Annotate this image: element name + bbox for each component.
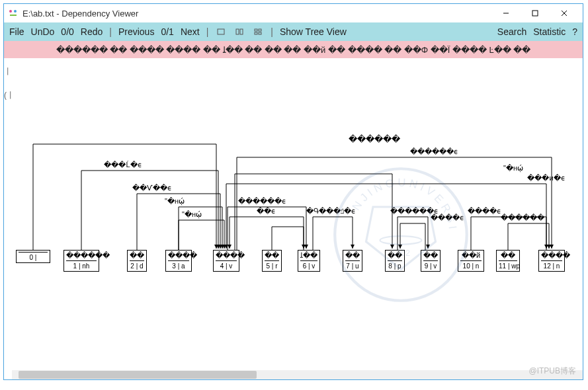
- dependency-node[interactable]: ﻠ��6 | v: [298, 250, 320, 272]
- node-word: ��й: [460, 251, 482, 260]
- svg-rect-10: [255, 29, 257, 31]
- horizontal-scrollbar[interactable]: [12, 370, 583, 379]
- minimize-button[interactable]: [491, 4, 521, 22]
- svg-rect-13: [259, 32, 261, 34]
- titlebar: E:\ab.txt - Dependency Viewer: [4, 4, 583, 22]
- dependency-diagram: [4, 58, 579, 283]
- layout-grid-icon[interactable]: [252, 26, 264, 38]
- node-tag: 3 | a: [168, 260, 189, 270]
- separator: |: [206, 26, 209, 37]
- node-tag: 0 |: [19, 252, 48, 262]
- arc-label: ����ϵ: [468, 207, 501, 215]
- svg-rect-9: [240, 29, 243, 34]
- svg-rect-4: [532, 11, 538, 16]
- svg-rect-12: [255, 32, 257, 34]
- arc-label: ���и�ϵ: [527, 174, 565, 182]
- node-tag: 5 | r: [265, 260, 279, 270]
- menu-treeview[interactable]: Show Tree View: [280, 26, 347, 37]
- arc-label: ����ϵ: [431, 214, 464, 222]
- sentence-bar: ������ �� ���� ���� �� ﻠ�� �� �� �� ��й …: [4, 41, 583, 58]
- dependency-node[interactable]: ��7 | u: [343, 250, 362, 272]
- arc-label: "�нῴ: [165, 197, 185, 206]
- arc-label: ��ϵ: [257, 207, 276, 215]
- window-title: E:\ab.txt - Dependency Viewer: [22, 9, 491, 19]
- menu-help[interactable]: ?: [572, 26, 577, 37]
- svg-rect-11: [259, 29, 261, 31]
- svg-rect-7: [218, 29, 224, 34]
- dependency-node[interactable]: ����3 | a: [165, 250, 192, 272]
- node-word: ��: [345, 251, 360, 260]
- node-tag: 11 | wp: [499, 260, 517, 270]
- arc-label: "�нῴ: [182, 210, 202, 219]
- dependency-node[interactable]: ��11 | wp: [496, 250, 520, 272]
- dependency-node[interactable]: ��2 | d: [127, 250, 147, 272]
- menu-statistic[interactable]: Statistic: [533, 26, 566, 37]
- node-word: ����: [216, 251, 237, 260]
- arc-label: ��Ѵ��ϵ: [132, 184, 172, 192]
- sentence-text: ������ �� ���� ���� �� ﻠ�� �� �� �� ��й …: [56, 45, 531, 55]
- dependency-node[interactable]: 0 |: [16, 250, 50, 263]
- dependency-node[interactable]: ����4 | v: [213, 250, 239, 272]
- node-tag: 4 | v: [216, 260, 237, 270]
- dependency-node[interactable]: ������1 | nh: [63, 250, 99, 272]
- app-icon: [8, 8, 19, 19]
- dependency-node[interactable]: ��9 | v: [421, 250, 441, 272]
- dependency-canvas[interactable]: 丨(丨 0 | ������1 | nh��2 | d����3 | a����…: [4, 58, 583, 370]
- arc-label: ������ϵ: [238, 197, 286, 206]
- separator: |: [109, 26, 112, 37]
- node-tag: 2 | d: [130, 260, 144, 270]
- node-word: ��: [130, 251, 144, 260]
- node-word: ��: [265, 251, 279, 260]
- menu-search[interactable]: Search: [497, 26, 526, 37]
- close-button[interactable]: [550, 4, 579, 22]
- menu-next[interactable]: Next: [181, 26, 200, 37]
- dependency-node[interactable]: ����12 | n: [538, 250, 565, 272]
- node-tag: 8 | p: [388, 260, 402, 270]
- maximize-button[interactable]: [521, 4, 550, 22]
- menu-undo[interactable]: UnDo: [31, 26, 55, 37]
- svg-rect-8: [236, 29, 239, 34]
- arc-label: ������: [501, 214, 544, 222]
- node-tag: 10 | n: [460, 260, 482, 270]
- menu-previous[interactable]: Previous: [118, 26, 154, 37]
- arc-label: ������: [349, 134, 400, 144]
- menubar: File UnDo 0/0 Redo | Previous 0/1 Next |…: [4, 22, 583, 41]
- node-word: ����: [168, 251, 189, 260]
- dependency-node[interactable]: ��й10 | n: [458, 250, 484, 272]
- node-tag: 6 | v: [300, 260, 317, 270]
- node-word: ��: [423, 251, 438, 260]
- arc-label: ���Ĺ�ϵ: [104, 161, 142, 169]
- svg-point-1: [14, 10, 17, 13]
- separator: |: [271, 26, 273, 37]
- node-word: ��: [499, 251, 517, 260]
- dependency-node[interactable]: ��5 | r: [262, 250, 282, 272]
- menu-file[interactable]: File: [9, 26, 24, 37]
- node-word: ������: [66, 251, 97, 260]
- arc-label: ������ϵ: [410, 147, 458, 156]
- arc-label: �Գ���ݿ�ϵ: [306, 207, 356, 215]
- node-word: ��: [388, 251, 402, 260]
- scrollbar-thumb[interactable]: [19, 371, 257, 379]
- node-tag: 12 | n: [541, 260, 562, 270]
- node-tag: 7 | u: [345, 260, 360, 270]
- node-tag: 9 | v: [423, 260, 438, 270]
- node-tag: 1 | nh: [66, 260, 97, 270]
- arc-label: "�нῴ: [503, 164, 523, 173]
- undo-counter: 0/0: [61, 26, 73, 37]
- svg-point-0: [9, 10, 12, 13]
- prev-counter: 0/1: [161, 26, 173, 37]
- layout-split-icon[interactable]: [233, 26, 245, 38]
- layout-single-icon[interactable]: [215, 26, 227, 38]
- credit-text: @ITPUB博客: [528, 366, 576, 377]
- menu-redo[interactable]: Redo: [81, 26, 103, 37]
- svg-rect-2: [10, 15, 17, 16]
- node-word: ����: [541, 251, 562, 260]
- node-word: ﻠ��: [300, 251, 317, 260]
- dependency-node[interactable]: ��8 | p: [385, 250, 405, 272]
